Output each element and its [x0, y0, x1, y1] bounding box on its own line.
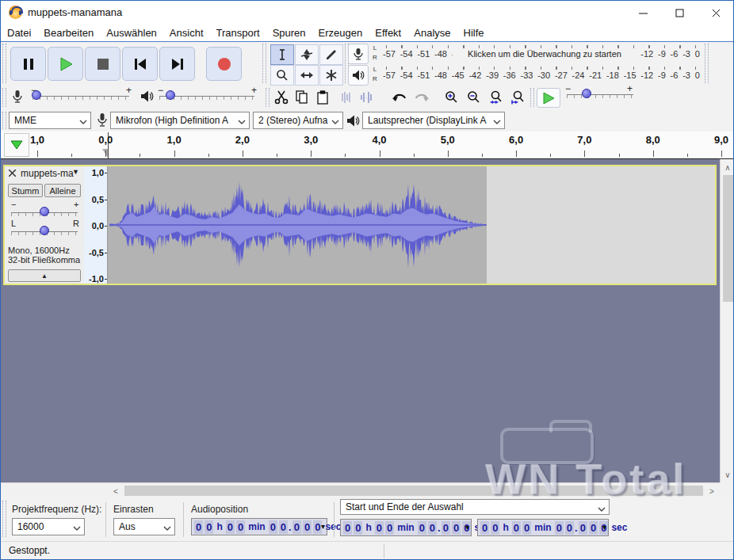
waveform-region[interactable] [108, 166, 715, 284]
time-digit[interactable]: 0 [292, 520, 301, 534]
time-digit[interactable]: 0 [375, 521, 384, 535]
record-button[interactable] [206, 47, 242, 81]
silence-audio-button[interactable] [357, 88, 377, 107]
time-unit[interactable]: h [365, 522, 371, 533]
scroll-left-icon[interactable]: < [109, 484, 123, 498]
time-unit[interactable]: min [534, 522, 551, 533]
time-separator[interactable]: . [575, 522, 578, 534]
menu-item-effekt[interactable]: Effekt [369, 25, 407, 41]
time-digit[interactable]: 0 [194, 520, 203, 534]
envelope-tool-button[interactable] [295, 44, 319, 65]
recording-device-dropdown[interactable]: Mikrofon (High Definition A [110, 112, 250, 129]
time-unit[interactable]: sec [611, 522, 627, 533]
zoom-selection-button[interactable] [486, 88, 507, 107]
track-vertical-ruler[interactable]: 1,00,50,0-0,5-1,0 [84, 166, 108, 284]
menu-item-transport[interactable]: Transport [210, 25, 266, 41]
horizontal-scrollbar[interactable]: < > [1, 482, 720, 497]
time-digit[interactable]: 0 [452, 521, 461, 535]
quick-play-button[interactable] [4, 133, 29, 157]
play-meter-speaker-button[interactable] [348, 65, 369, 86]
paste-button[interactable] [313, 88, 332, 107]
time-digit[interactable]: 0 [579, 521, 587, 535]
selection-mode-dropdown[interactable]: Start und Ende der Auswahl [340, 499, 610, 515]
time-digit[interactable]: 0 [491, 521, 499, 535]
zoom-tool-button[interactable] [270, 65, 294, 86]
time-digit[interactable]: 0 [418, 521, 426, 535]
menu-item-analyse[interactable]: Analyse [407, 25, 457, 41]
time-digit[interactable]: 0 [555, 521, 564, 535]
time-digit[interactable]: 0 [428, 521, 437, 535]
zoom-in-button[interactable] [442, 88, 462, 107]
project-rate-dropdown[interactable]: 16000 [12, 518, 85, 535]
cut-button[interactable] [272, 88, 291, 107]
record-meter-message[interactable]: Klicken um die Überwachung zu starten [453, 49, 637, 59]
audio-position-field[interactable]: 00h00min00.000sec▾ [191, 518, 327, 535]
time-digit[interactable]: 0 [565, 521, 574, 535]
snap-to-dropdown[interactable]: Aus [113, 518, 175, 535]
scroll-down-icon[interactable]: ∨ [721, 467, 734, 482]
title-bar[interactable]: muppets-manamana [1, 1, 733, 25]
record-meter-mic-button[interactable] [348, 44, 369, 64]
menu-item-erzeugen[interactable]: Erzeugen [312, 25, 369, 41]
time-digit[interactable]: 0 [522, 521, 531, 535]
zoom-out-button[interactable] [464, 88, 484, 107]
track-menu-icon[interactable]: ▼ [72, 168, 79, 176]
vertical-scrollbar-thumb[interactable] [723, 175, 733, 302]
time-digit[interactable]: 0 [343, 521, 352, 535]
selection-end-field[interactable]: 00h00min00.000sec▾ [477, 519, 609, 536]
device-toolbar-grip[interactable] [2, 112, 6, 129]
play-button[interactable] [48, 47, 83, 81]
selection-start-field[interactable]: 00h00min00.000sec▾ [340, 519, 472, 536]
track-pan-slider[interactable] [11, 225, 78, 236]
time-shift-tool-button[interactable] [295, 65, 319, 86]
mixer-toolbar-grip[interactable] [2, 88, 6, 107]
time-digit[interactable]: 0 [512, 521, 521, 535]
time-unit[interactable]: h [503, 522, 508, 533]
minimize-button[interactable] [629, 1, 656, 25]
audio-track[interactable]: muppets-ma ▼ Stumm Alleine − + L R Mono,… [3, 165, 717, 285]
menu-item-datei[interactable]: Datei [1, 25, 37, 41]
fit-project-button[interactable] [508, 88, 529, 107]
timeline-ruler[interactable]: 1,00,01,02,03,04,05,06,07,08,09,0 [1, 131, 734, 159]
skip-to-end-button[interactable] [159, 47, 195, 81]
undo-button[interactable] [389, 88, 410, 107]
time-digit[interactable]: 0 [279, 520, 288, 534]
slider-thumb[interactable] [582, 89, 591, 98]
playback-volume-slider[interactable] [159, 90, 254, 101]
recording-channels-dropdown[interactable]: 2 (Stereo) Aufna [253, 112, 343, 129]
solo-button[interactable]: Alleine [44, 184, 81, 197]
selection-tool-button[interactable] [270, 44, 294, 65]
time-digit[interactable]: 0 [236, 520, 245, 534]
time-digit[interactable]: 0 [303, 520, 312, 534]
play-speed-slider[interactable] [567, 88, 633, 99]
time-dropdown-icon[interactable]: ▾ [465, 523, 469, 531]
slider-thumb[interactable] [40, 226, 49, 235]
time-unit[interactable]: h [216, 521, 222, 532]
close-button[interactable] [702, 1, 729, 25]
playback-device-dropdown[interactable]: Lautsprecher (DisplayLink A [362, 112, 505, 129]
menu-item-auswählen[interactable]: Auswählen [100, 25, 163, 41]
vertical-scrollbar[interactable]: ∧ ∨ [720, 159, 734, 482]
play-at-speed-button[interactable] [537, 88, 560, 108]
time-digit[interactable]: 0 [589, 521, 598, 535]
time-digit[interactable]: 0 [226, 520, 235, 534]
mute-button[interactable]: Stumm [8, 184, 43, 197]
time-separator[interactable]: . [438, 522, 441, 534]
time-digit[interactable]: 0 [354, 521, 362, 535]
audio-host-dropdown[interactable]: MME [9, 112, 91, 129]
menu-item-ansicht[interactable]: Ansicht [163, 25, 210, 41]
time-digit[interactable]: 0 [442, 521, 450, 535]
time-unit[interactable]: min [248, 521, 265, 532]
menu-item-spuren[interactable]: Spuren [266, 25, 312, 41]
slider-thumb[interactable] [166, 90, 175, 100]
track-close-button[interactable] [9, 169, 17, 177]
time-unit[interactable]: min [397, 522, 414, 533]
selection-toolbar-grip[interactable] [2, 501, 6, 537]
redo-button[interactable] [411, 88, 432, 107]
stop-button[interactable] [85, 47, 120, 81]
time-separator[interactable]: . [289, 521, 292, 533]
recording-meter[interactable]: LR -57-54-51-48-45-42-39-36-33-30-27-24-… [345, 44, 703, 64]
time-digit[interactable]: 0 [205, 520, 213, 534]
menu-item-bearbeiten[interactable]: Bearbeiten [37, 25, 100, 41]
transport-toolbar-grip[interactable] [2, 44, 6, 83]
